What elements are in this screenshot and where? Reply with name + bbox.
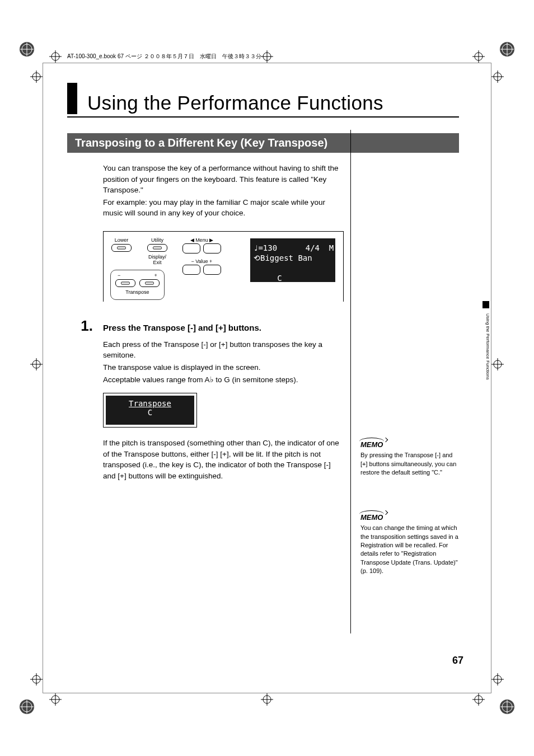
- crosshair-icon: [49, 693, 62, 706]
- memo-label: MEMO: [360, 440, 383, 450]
- lcd-small-figure: Transpose C: [103, 393, 197, 428]
- registration-mark-icon: [499, 699, 515, 715]
- chapter-title-block: Using the Performance Functions: [67, 83, 459, 118]
- step-body-2: If the pitch is transposed (something ot…: [103, 438, 344, 481]
- plus-label: +: [154, 273, 157, 278]
- memo-block: MEMO By pressing the Transpose [-] and […: [360, 440, 459, 477]
- running-head: AT-100-300_e.book 67 ページ ２００８年５月７日 水曜日 午…: [67, 53, 261, 60]
- step-paragraph: Each press of the Transpose [-] or [+] b…: [103, 339, 344, 361]
- transpose-label: Transpose: [114, 289, 161, 295]
- thumb-tab-text: Using the Performance Functions: [485, 313, 490, 380]
- intro-text: You can transpose the key of a performan…: [103, 163, 344, 219]
- crosshair-icon: [491, 673, 504, 685]
- menu-label: ◀ Menu ▶: [182, 237, 222, 243]
- crosshair-icon: [472, 693, 485, 706]
- step-paragraph: The transpose value is displayed in the …: [103, 362, 344, 373]
- thumb-tab-icon: [483, 301, 489, 308]
- menu-right-button-icon: [203, 243, 221, 253]
- menu-left-button-icon: [182, 243, 200, 253]
- intro-paragraph: You can transpose the key of a performan…: [103, 163, 344, 196]
- crosshair-icon: [261, 693, 273, 706]
- crosshair-icon: [491, 358, 504, 370]
- crosshair-icon: [261, 50, 273, 63]
- registration-mark-icon: [499, 41, 515, 57]
- memo-text: You can change the timing at which the t…: [360, 524, 459, 575]
- transpose-minus-button-icon: [115, 279, 135, 287]
- value-minus-button-icon: [182, 265, 200, 275]
- lcd-display: ♩=130 4/4 M: ⟲Biggest Ban C: [250, 238, 335, 282]
- memo-text: By pressing the Transpose [-] and [+] bu…: [360, 451, 459, 477]
- crosshair-icon: [30, 673, 43, 685]
- chapter-title: Using the Performance Functions: [87, 92, 383, 114]
- value-plus-button-icon: [203, 265, 221, 275]
- utility-button-icon: [147, 244, 167, 252]
- crosshair-icon: [49, 50, 62, 63]
- step-heading: Press the Transpose [-] and [+] buttons.: [103, 323, 261, 332]
- step-number: 1.: [67, 317, 103, 335]
- crosshair-icon: [472, 50, 485, 63]
- page-number: 67: [452, 655, 463, 666]
- control-panel-figure: Lower Utility Display/ Exit ◀ Menu ▶ − V…: [103, 231, 344, 302]
- utility-label: Utility: [146, 237, 168, 243]
- step-paragraph: Acceptable values range from A♭ to G (in…: [103, 374, 344, 386]
- crosshair-icon: [491, 71, 504, 83]
- transpose-plus-button-icon: [139, 279, 160, 287]
- section-heading: Transposing to a Different Key (Key Tran…: [67, 133, 459, 153]
- value-label: − Value +: [182, 259, 222, 264]
- step-paragraph: If the pitch is transposed (something ot…: [103, 438, 344, 481]
- memo-block: MEMO You can change the timing at which …: [360, 513, 459, 576]
- registration-mark-icon: [19, 41, 35, 57]
- title-tab-icon: [67, 83, 77, 114]
- crosshair-icon: [30, 358, 43, 370]
- memo-label: MEMO: [360, 513, 383, 523]
- column-divider: [350, 130, 351, 633]
- display-exit-label: Display/ Exit: [146, 254, 168, 265]
- minus-label: −: [118, 273, 120, 278]
- lower-button-icon: [111, 244, 132, 252]
- intro-paragraph: For example: you may play in the familia…: [103, 197, 344, 219]
- registration-mark-icon: [19, 699, 35, 715]
- lower-label: Lower: [110, 237, 133, 243]
- crosshair-icon: [30, 71, 43, 83]
- step-body: Each press of the Transpose [-] or [+] b…: [103, 339, 344, 385]
